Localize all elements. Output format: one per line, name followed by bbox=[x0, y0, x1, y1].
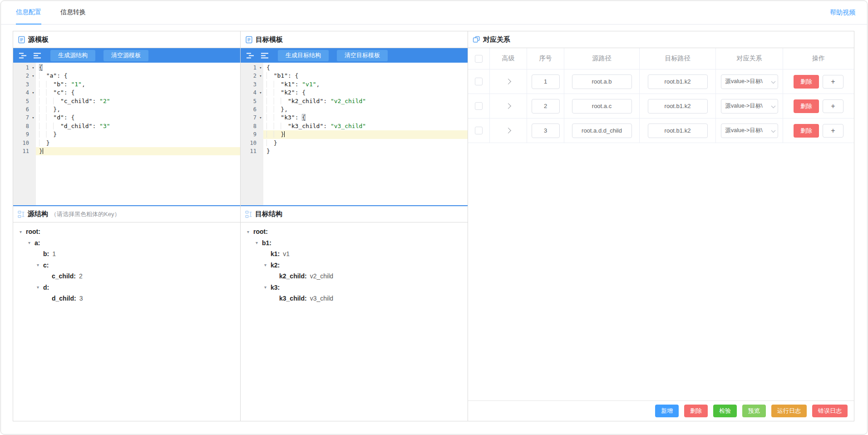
tree-key[interactable]: b: bbox=[43, 250, 49, 257]
code-text[interactable]: } bbox=[263, 139, 468, 147]
code-text[interactable]: "k3": { bbox=[263, 114, 468, 122]
target-code-editor[interactable]: 1▾{2▾ "b1": {3 "k1": "v1",4▾ "k2": {5 "k… bbox=[241, 63, 468, 206]
format-json-icon[interactable] bbox=[245, 51, 255, 60]
code-text[interactable]: "d_child": "3" bbox=[36, 122, 240, 130]
seq-input[interactable] bbox=[532, 124, 560, 138]
code-text[interactable]: "k2": { bbox=[263, 89, 468, 97]
expand-advanced-icon[interactable] bbox=[505, 79, 511, 84]
code-text[interactable]: "c_child": "2" bbox=[36, 97, 240, 105]
tree-node[interactable]: ▾a: bbox=[13, 237, 240, 249]
tree-node[interactable]: c_child:2 bbox=[13, 271, 240, 282]
tree-node[interactable]: k2_child:v2_child bbox=[241, 271, 468, 282]
fold-arrow-icon[interactable]: ▾ bbox=[258, 64, 263, 72]
tab-info-transform[interactable]: 信息转换 bbox=[60, 1, 86, 25]
seq-input[interactable] bbox=[532, 99, 560, 114]
tree-node[interactable]: d_child:3 bbox=[13, 293, 240, 304]
error-log-button[interactable]: 错误日志 bbox=[812, 405, 848, 417]
tree-node[interactable]: k1:v1 bbox=[241, 248, 468, 260]
code-text[interactable]: "k2_child": "v2_child" bbox=[263, 97, 468, 105]
tree-key[interactable]: k2: bbox=[271, 262, 280, 269]
fold-arrow-icon[interactable]: ▾ bbox=[258, 72, 263, 80]
tree-node[interactable]: ▾root: bbox=[241, 226, 468, 237]
row-checkbox[interactable] bbox=[475, 78, 483, 85]
code-text[interactable]: { bbox=[263, 64, 468, 72]
add-row-button[interactable]: + bbox=[823, 99, 843, 113]
tree-node[interactable]: b:1 bbox=[13, 248, 240, 260]
add-row-button[interactable]: + bbox=[823, 75, 843, 89]
run-log-button[interactable]: 运行日志 bbox=[771, 405, 807, 417]
generate-target-structure-button[interactable]: 生成目标结构 bbox=[278, 50, 329, 61]
select-all-checkbox[interactable] bbox=[475, 55, 483, 63]
code-text[interactable]: { bbox=[36, 64, 240, 72]
delete-row-button[interactable]: 删除 bbox=[794, 75, 819, 89]
code-text[interactable]: "b": "1", bbox=[36, 80, 240, 89]
expand-arrow-icon[interactable]: ▾ bbox=[264, 262, 271, 267]
delete-row-button[interactable]: 删除 bbox=[794, 124, 819, 138]
generate-source-structure-button[interactable]: 生成源结构 bbox=[50, 50, 95, 61]
relation-select[interactable]: 源value->目标\ bbox=[721, 99, 778, 114]
source-code-editor[interactable]: 1▾{2▾ "a": {3 "b": "1",4▾ "c": {5 "c_chi… bbox=[13, 63, 240, 206]
format-json-icon[interactable] bbox=[18, 51, 28, 60]
expand-arrow-icon[interactable]: ▾ bbox=[20, 229, 26, 234]
tree-node[interactable]: ▾root: bbox=[13, 226, 240, 237]
tree-key[interactable]: d: bbox=[43, 284, 49, 291]
tree-key[interactable]: k3: bbox=[271, 284, 280, 291]
source-path-input[interactable] bbox=[572, 124, 632, 138]
target-path-input[interactable] bbox=[648, 74, 708, 89]
code-text[interactable]: "a": { bbox=[36, 72, 240, 80]
tree-key[interactable]: root: bbox=[253, 228, 268, 235]
code-text[interactable]: } bbox=[263, 147, 468, 155]
tree-node[interactable]: ▾k2: bbox=[241, 260, 468, 271]
tree-key[interactable]: b1: bbox=[262, 239, 271, 247]
fold-arrow-icon[interactable]: ▾ bbox=[30, 64, 36, 72]
code-text[interactable]: "b1": { bbox=[263, 72, 468, 80]
target-path-input[interactable] bbox=[648, 99, 708, 114]
expand-arrow-icon[interactable]: ▾ bbox=[256, 240, 262, 245]
tree-key[interactable]: k3_child: bbox=[279, 295, 307, 302]
code-text[interactable]: } bbox=[263, 130, 468, 138]
tree-node[interactable]: k3_child:v3_child bbox=[241, 293, 468, 304]
relation-select[interactable]: 源value->目标\ bbox=[721, 74, 778, 89]
code-text[interactable]: }, bbox=[263, 105, 468, 114]
compress-json-icon[interactable] bbox=[260, 51, 270, 60]
delete-button[interactable]: 删除 bbox=[684, 405, 708, 417]
tree-node[interactable]: ▾b1: bbox=[241, 237, 468, 249]
code-text[interactable]: "k1": "v1", bbox=[263, 80, 468, 89]
tab-info-config[interactable]: 信息配置 bbox=[16, 1, 41, 25]
expand-advanced-icon[interactable] bbox=[505, 103, 511, 109]
source-path-input[interactable] bbox=[572, 99, 632, 114]
tree-key[interactable]: root: bbox=[26, 228, 40, 235]
add-button[interactable]: 新增 bbox=[655, 405, 679, 417]
expand-arrow-icon[interactable]: ▾ bbox=[264, 285, 271, 290]
code-text[interactable]: "c": { bbox=[36, 89, 240, 97]
tree-node[interactable]: ▾k3: bbox=[241, 282, 468, 293]
fold-arrow-icon[interactable]: ▾ bbox=[30, 72, 36, 80]
fold-arrow-icon[interactable]: ▾ bbox=[258, 114, 263, 122]
tree-key[interactable]: k2_child: bbox=[279, 272, 307, 280]
fold-arrow-icon[interactable]: ▾ bbox=[30, 89, 36, 97]
tree-key[interactable]: k1: bbox=[271, 250, 280, 257]
expand-arrow-icon[interactable]: ▾ bbox=[28, 240, 35, 245]
clear-source-template-button[interactable]: 清空源模板 bbox=[104, 50, 148, 61]
expand-advanced-icon[interactable] bbox=[505, 128, 511, 133]
target-path-input[interactable] bbox=[648, 124, 708, 138]
tree-key[interactable]: d_child: bbox=[52, 295, 76, 302]
help-video-link[interactable]: 帮助视频 bbox=[830, 1, 855, 24]
expand-arrow-icon[interactable]: ▾ bbox=[37, 285, 43, 290]
add-row-button[interactable]: + bbox=[823, 124, 843, 138]
source-path-input[interactable] bbox=[572, 74, 632, 89]
fold-arrow-icon[interactable]: ▾ bbox=[30, 114, 36, 122]
tree-key[interactable]: c_child: bbox=[52, 272, 76, 280]
code-text[interactable]: }, bbox=[36, 105, 240, 114]
row-checkbox[interactable] bbox=[475, 102, 483, 110]
expand-arrow-icon[interactable]: ▾ bbox=[37, 262, 43, 267]
code-text[interactable]: "d": { bbox=[36, 114, 240, 122]
clear-target-template-button[interactable]: 清空目标模板 bbox=[337, 50, 388, 61]
tree-key[interactable]: c: bbox=[43, 262, 49, 269]
code-text[interactable]: } bbox=[36, 139, 240, 147]
relation-select[interactable]: 源value->目标\ bbox=[721, 124, 778, 138]
preview-button[interactable]: 预览 bbox=[742, 405, 766, 417]
tree-node[interactable]: ▾d: bbox=[13, 282, 240, 293]
check-button[interactable]: 检验 bbox=[713, 405, 737, 417]
seq-input[interactable] bbox=[532, 74, 560, 89]
